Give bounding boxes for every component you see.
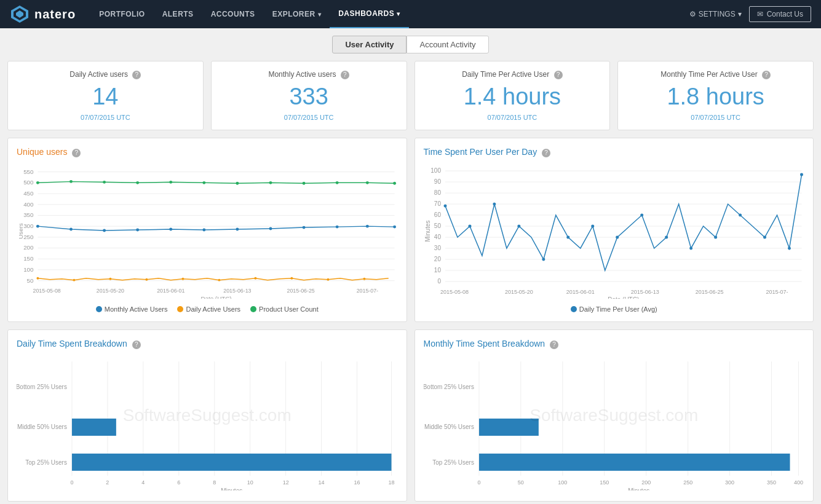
svg-point-99 [689, 246, 692, 250]
logo-text: natero [34, 7, 76, 22]
svg-text:300: 300 [725, 479, 734, 486]
legend-product-user: Product User Count [250, 305, 319, 313]
settings-dropdown-icon: ▾ [738, 10, 742, 18]
daily-breakdown-info-icon[interactable]: ? [132, 341, 141, 349]
svg-point-39 [103, 229, 106, 232]
info-icon-1[interactable]: ? [341, 71, 349, 79]
svg-point-57 [327, 278, 329, 280]
unique-users-info-icon[interactable]: ? [72, 149, 81, 157]
unique-users-svg: 550 500 450 400 350 300 250 200 150 100 … [17, 163, 398, 299]
svg-text:Date (UTC): Date (UTC) [608, 296, 639, 299]
svg-point-29 [169, 181, 172, 184]
svg-text:0: 0 [70, 479, 73, 486]
svg-text:Bottom 25% Users: Bottom 25% Users [17, 384, 67, 390]
svg-point-93 [542, 258, 545, 261]
svg-point-54 [218, 278, 220, 281]
nav-portfolio[interactable]: PORTFOLIO [90, 0, 154, 28]
svg-text:500: 500 [23, 179, 34, 186]
nav-accounts[interactable]: ACCOUNTS [202, 0, 264, 28]
svg-point-30 [202, 181, 205, 184]
svg-text:250: 250 [23, 234, 34, 240]
nav-links: PORTFOLIO ALERTS ACCOUNTS EXPLORER ▾ DAS… [90, 0, 689, 28]
nav-alerts[interactable]: ALERTS [154, 0, 202, 28]
nav-dashboards[interactable]: DASHBOARDS ▾ [330, 0, 409, 28]
nav-explorer[interactable]: EXPLORER ▾ [264, 0, 330, 28]
metric-card-1: Monthly Active users ? 333 07/07/2015 UT… [211, 61, 407, 130]
monthly-breakdown-svg: Bottom 25% Users Middle 50% Users Top 25… [424, 355, 805, 490]
svg-text:8: 8 [213, 479, 216, 486]
svg-point-34 [336, 181, 339, 184]
envelope-icon: ✉ [757, 10, 763, 18]
svg-text:150: 150 [23, 255, 34, 262]
svg-text:2015-06-01: 2015-06-01 [157, 288, 184, 294]
svg-point-92 [517, 224, 520, 227]
daily-breakdown-svg: Bottom 25% Users Middle 50% Users Top 25… [17, 355, 398, 490]
legend-daily-time: Daily Time Per User (Avg) [571, 305, 657, 313]
svg-point-31 [236, 182, 239, 185]
dashboards-dropdown-icon: ▾ [397, 10, 400, 17]
svg-text:80: 80 [434, 189, 441, 196]
info-icon-3[interactable]: ? [762, 71, 771, 79]
svg-point-48 [393, 225, 396, 228]
legend-dot-monthly [96, 306, 102, 312]
svg-text:40: 40 [434, 234, 441, 240]
info-icon-0[interactable]: ? [132, 71, 141, 79]
legend-daily-active: Daily Active Users [177, 305, 240, 313]
unique-users-legend: Monthly Active Users Daily Active Users … [17, 305, 398, 313]
svg-point-52 [145, 278, 148, 280]
svg-text:0: 0 [477, 479, 480, 486]
svg-text:2015-05-08: 2015-05-08 [440, 289, 468, 295]
svg-point-94 [566, 235, 569, 238]
svg-text:100: 100 [23, 266, 34, 273]
tab-account-activity[interactable]: Account Activity [407, 36, 488, 53]
svg-text:16: 16 [354, 479, 360, 486]
svg-point-43 [236, 227, 239, 230]
svg-point-32 [269, 181, 272, 184]
svg-text:300: 300 [23, 222, 34, 229]
svg-text:Top 25% Users: Top 25% Users [25, 459, 67, 466]
time-spent-chart: 100 90 80 70 60 50 40 30 20 10 0 [424, 163, 805, 313]
svg-text:12: 12 [283, 479, 289, 486]
svg-point-27 [103, 181, 106, 184]
svg-point-53 [181, 278, 184, 280]
svg-text:2015-05-08: 2015-05-08 [33, 288, 61, 294]
svg-text:30: 30 [434, 245, 441, 251]
svg-point-96 [616, 235, 619, 238]
svg-text:Top 25% Users: Top 25% Users [432, 459, 474, 466]
svg-text:50: 50 [434, 222, 441, 229]
svg-text:2015-05-20: 2015-05-20 [504, 289, 533, 295]
svg-point-49 [36, 277, 39, 280]
legend-monthly-active: Monthly Active Users [96, 305, 168, 313]
svg-text:Minutes: Minutes [628, 487, 649, 490]
svg-text:350: 350 [767, 479, 776, 486]
svg-text:400: 400 [23, 200, 34, 207]
svg-text:2015-06-13: 2015-06-13 [630, 289, 659, 295]
svg-text:2015-06-01: 2015-06-01 [566, 289, 594, 295]
unique-users-chart: 550 500 450 400 350 300 250 200 150 100 … [17, 163, 398, 313]
tab-user-activity[interactable]: User Activity [332, 36, 407, 53]
svg-text:60: 60 [434, 211, 441, 218]
metric-cards: Daily Active users ? 14 07/07/2015 UTC M… [0, 61, 821, 138]
svg-text:400: 400 [794, 479, 803, 486]
svg-point-101 [739, 213, 742, 216]
svg-text:14: 14 [319, 479, 325, 486]
svg-text:Minutes: Minutes [424, 220, 430, 242]
svg-text:10: 10 [247, 479, 253, 486]
svg-text:0: 0 [437, 278, 441, 285]
svg-text:Bottom 25% Users: Bottom 25% Users [424, 384, 474, 390]
info-icon-2[interactable]: ? [554, 71, 563, 79]
svg-text:50: 50 [27, 277, 34, 283]
svg-text:Date (UTC): Date (UTC) [200, 295, 231, 299]
time-spent-info-icon[interactable]: ? [542, 149, 550, 157]
svg-point-42 [202, 228, 205, 231]
svg-text:100: 100 [430, 167, 441, 174]
contact-button[interactable]: ✉ Contact Us [749, 6, 811, 22]
metric-label-0: Daily Active users ? [17, 70, 194, 79]
svg-point-100 [714, 235, 717, 238]
settings-button[interactable]: ⚙ SETTINGS ▾ [689, 10, 742, 18]
monthly-breakdown-info-icon[interactable]: ? [550, 341, 558, 349]
logo[interactable]: natero [10, 4, 76, 24]
metric-label-1: Monthly Active users ? [220, 70, 398, 79]
svg-text:450: 450 [23, 190, 34, 197]
svg-text:2015-06-25: 2015-06-25 [695, 289, 723, 295]
